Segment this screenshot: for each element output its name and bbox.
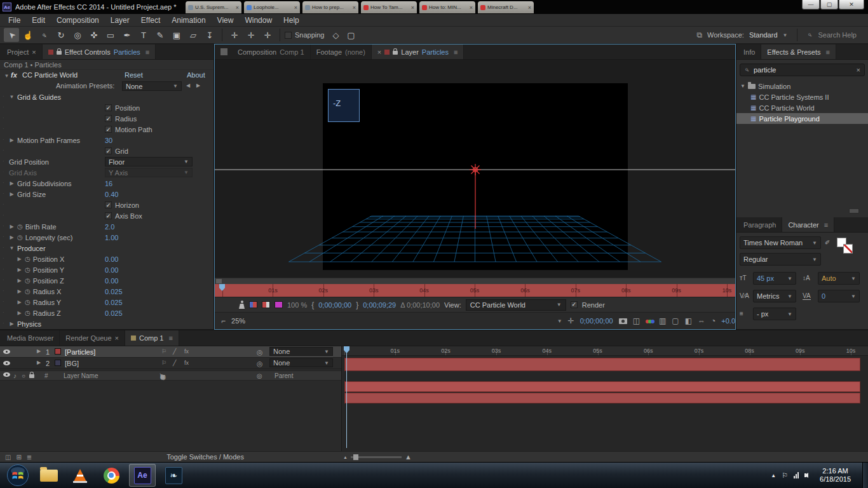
zoom-out-icon[interactable]: ▲ (343, 455, 348, 459)
workspace-dropdown[interactable]: Standard (749, 31, 778, 39)
reset-link[interactable]: Reset (125, 71, 143, 79)
pixel-aspect-icon[interactable]: ⇔ (698, 316, 705, 325)
preview-time[interactable]: 0;00;00;00 (580, 317, 613, 325)
expand-transfer-controls-icon[interactable]: ⊞ (16, 454, 21, 461)
resolution-icon[interactable]: ▥ (659, 316, 666, 325)
tab-comp-1[interactable]: Comp 1 ≡ (125, 330, 179, 346)
region-corner-icon[interactable]: ⌐ (221, 316, 226, 325)
snap-to-feature-icon[interactable]: ◇ (329, 28, 344, 42)
disclosure-arrow-icon[interactable]: ▼ (740, 83, 745, 89)
selection-tool[interactable]: ➤ (4, 28, 19, 42)
stroke-color-swatch[interactable] (843, 244, 853, 254)
tree-effect-item[interactable]: ▦Particle Playground (736, 113, 868, 124)
set-out-point-icon[interactable]: } (356, 301, 358, 309)
tab-character[interactable]: Character ≡ (782, 217, 834, 232)
show-snapshot-icon[interactable]: ◫ (633, 316, 640, 325)
clear-search-icon[interactable]: × (857, 66, 860, 74)
disclosure-arrow-icon[interactable]: ▶ (17, 310, 22, 316)
disclosure-arrow-icon[interactable]: ▶ (9, 180, 15, 186)
tab-layer[interactable]: × Layer Particles ≡ (372, 44, 465, 59)
tab-project[interactable]: Project × (1, 44, 43, 59)
eraser-tool[interactable]: ▱ (186, 28, 201, 42)
disclosure-arrow-icon[interactable]: ▶ (17, 278, 22, 283)
about-link[interactable]: About (187, 71, 205, 79)
show-channel-icon[interactable] (646, 317, 653, 325)
toggle-switches-modes-button[interactable]: Toggle Switches / Modes (166, 453, 244, 461)
font-size-dropdown[interactable]: 45 px ▼ (753, 272, 796, 285)
expand-in-out-icon[interactable]: ≣ (27, 454, 32, 461)
rotation-tool[interactable]: ↻ (53, 28, 69, 42)
param-checkbox[interactable]: ✓ (105, 147, 112, 154)
tree-effect-item[interactable]: ▦CC Particle World (736, 102, 868, 113)
view-channel-icon[interactable] (249, 301, 257, 308)
panel-menu-icon[interactable]: ≡ (146, 48, 149, 56)
tab-paragraph[interactable]: Paragraph (738, 217, 782, 232)
taskbar-clock[interactable]: 2:16 AM 6/18/2015 (820, 467, 851, 484)
puppet-pin-tool[interactable]: ↧ (202, 28, 217, 42)
viewport-scrollbar[interactable] (215, 278, 735, 284)
show-hidden-icons-button[interactable]: ▲ (771, 473, 776, 478)
quality-icon[interactable]: ╱ (173, 360, 176, 366)
timeline-ruler[interactable]: 01s02s03s04s05s06s07s08s09s10s (342, 346, 868, 356)
tab-composition[interactable]: Composition Comp 1 (232, 44, 311, 59)
brush-tool[interactable]: ✎ (153, 28, 168, 42)
previous-preset-icon[interactable]: ◀ (186, 83, 190, 88)
close-icon[interactable]: × (115, 334, 119, 342)
show-desktop-button[interactable] (862, 463, 868, 488)
unified-camera-tool[interactable]: ◎ (70, 28, 85, 42)
fx-icon[interactable]: fx (184, 360, 189, 366)
explorer-app-button[interactable] (36, 464, 62, 487)
fx-icon[interactable]: fx (184, 348, 189, 355)
maximize-button[interactable]: ▢ (820, 0, 838, 10)
transparency-grid-icon[interactable]: ◧ (685, 316, 692, 325)
parent-pickwhip-icon[interactable]: ◎ (257, 348, 263, 356)
panel-menu-icon[interactable]: ≡ (454, 48, 458, 56)
visibility-eye-icon[interactable] (3, 349, 10, 354)
mask-shape-tool[interactable]: ▭ (103, 28, 118, 42)
menu-animation[interactable]: Animation (166, 16, 211, 25)
disclosure-arrow-icon[interactable]: ▶ (9, 224, 15, 229)
hand-tool[interactable]: ☝ (20, 28, 36, 42)
stopwatch-icon[interactable]: ◷ (25, 255, 31, 262)
disclosure-arrow-icon[interactable]: ▼ (9, 94, 15, 100)
search-help-input[interactable]: Search Help (818, 31, 857, 39)
menu-composition[interactable]: Composition (51, 16, 105, 25)
in-point-time[interactable]: 0;00;00;00 (318, 301, 351, 309)
lock-icon[interactable] (393, 51, 398, 55)
param-value[interactable]: 0.025 (105, 309, 123, 317)
magnification-dropdown[interactable]: 25% (231, 317, 245, 325)
clone-stamp-tool[interactable]: ▣ (169, 28, 184, 42)
minimize-button[interactable]: — (802, 0, 820, 10)
lock-icon[interactable] (57, 51, 62, 55)
layer-duration-bar[interactable] (344, 381, 860, 392)
after-effects-app-button[interactable]: Ae (129, 464, 156, 487)
parent-dropdown[interactable]: None▼ (269, 347, 333, 356)
view-channel-icon[interactable] (262, 301, 270, 308)
zoom-slider-thumb[interactable] (353, 454, 358, 460)
magenta-swatch-icon[interactable] (275, 301, 283, 308)
menu-layer[interactable]: Layer (105, 16, 135, 25)
menu-file[interactable]: File (3, 16, 26, 25)
browser-tab-close-icon[interactable]: × (528, 4, 531, 11)
work-area-bar[interactable] (344, 358, 860, 371)
stopwatch-icon[interactable]: ◷ (17, 223, 23, 230)
close-button[interactable]: ✕ (839, 0, 864, 10)
local-axis-mode[interactable]: ✛ (227, 28, 242, 42)
menu-window[interactable]: Window (239, 16, 278, 25)
timeline-zoom-slider[interactable]: ▲ ▲ (343, 453, 412, 461)
menu-edit[interactable]: Edit (26, 16, 51, 25)
chrome-app-button[interactable] (98, 464, 125, 487)
disclosure-arrow-icon[interactable]: ▶ (17, 256, 22, 262)
snapshot-camera-icon[interactable] (619, 318, 627, 324)
tab-effect-controls[interactable]: Effect Controls Particles ≡ (43, 44, 156, 59)
disclosure-arrow-icon[interactable]: ▶ (9, 191, 15, 197)
param-value[interactable]: 0.025 (105, 288, 123, 295)
browser-tab-close-icon[interactable]: × (411, 4, 414, 11)
layer-name-column-header[interactable]: Layer Name (64, 372, 98, 379)
close-icon[interactable]: × (32, 48, 36, 56)
param-checkbox[interactable]: ✓ (105, 212, 112, 219)
pan-behind-tool[interactable]: ✜ (86, 28, 102, 42)
tab-footage[interactable]: Footage (none) (311, 44, 372, 59)
sync-settings-icon[interactable]: ⧉ (696, 30, 702, 39)
param-value[interactable]: 0.00 (105, 255, 118, 263)
